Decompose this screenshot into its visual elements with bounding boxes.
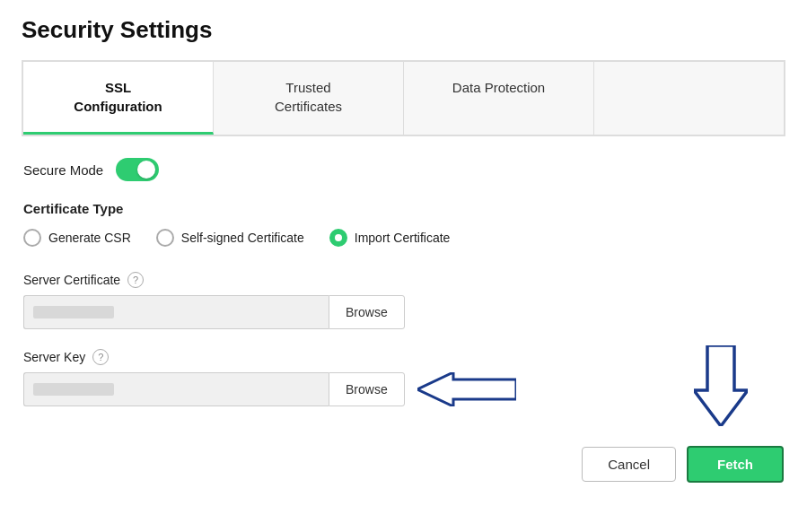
server-key-input-row: Browse [23, 372, 784, 406]
server-key-browse-button[interactable]: Browse [329, 372, 405, 406]
radio-self-signed[interactable]: Self-signed Certificate [156, 229, 304, 247]
radio-label-import: Import Certificate [355, 231, 451, 245]
radio-label-generate-csr: Generate CSR [48, 231, 131, 245]
secure-mode-row: Secure Mode [23, 158, 784, 181]
radio-generate-csr[interactable]: Generate CSR [23, 229, 131, 247]
server-certificate-file-box [23, 295, 329, 329]
page-title: Security Settings [22, 16, 785, 44]
left-arrow-annotation [417, 372, 516, 406]
server-certificate-help-icon[interactable]: ? [127, 272, 144, 288]
server-certificate-file-placeholder [33, 306, 114, 318]
cancel-button[interactable]: Cancel [582, 447, 676, 482]
radio-label-self-signed: Self-signed Certificate [181, 231, 304, 245]
server-key-section: Server Key ? Browse [23, 349, 784, 406]
server-key-file-box [23, 372, 329, 406]
tab-empty[interactable] [594, 62, 784, 135]
server-key-label-row: Server Key ? [23, 349, 784, 365]
certificate-type-radio-group: Generate CSR Self-signed Certificate Imp… [23, 229, 784, 247]
radio-circle-import [329, 229, 347, 247]
tab-ssl-configuration[interactable]: SSLConfiguration [23, 62, 214, 135]
radio-import-certificate[interactable]: Import Certificate [329, 229, 451, 247]
content-area: Secure Mode Certificate Type Generate CS… [22, 158, 785, 483]
radio-circle-self-signed [156, 229, 174, 247]
server-key-help-icon[interactable]: ? [92, 349, 109, 365]
server-certificate-label: Server Certificate [23, 273, 120, 287]
server-certificate-browse-button[interactable]: Browse [329, 295, 405, 329]
tab-bar: SSLConfiguration TrustedCertificates Dat… [22, 61, 785, 135]
server-key-file-placeholder [33, 383, 114, 396]
tab-bottom-border [22, 135, 785, 135]
server-certificate-label-row: Server Certificate ? [23, 272, 784, 288]
tab-data-protection[interactable]: Data Protection [404, 62, 594, 135]
server-key-label: Server Key [23, 350, 85, 364]
down-arrow-annotation [694, 345, 748, 426]
certificate-type-heading: Certificate Type [23, 201, 784, 216]
server-certificate-input-row: Browse [23, 295, 784, 329]
svg-marker-1 [694, 345, 748, 426]
tabs-container: SSLConfiguration TrustedCertificates Dat… [22, 60, 785, 136]
action-bar: Cancel Fetch [23, 435, 784, 483]
server-certificate-section: Server Certificate ? Browse [23, 272, 784, 329]
secure-mode-toggle[interactable] [116, 158, 159, 181]
tab-trusted-certificates[interactable]: TrustedCertificates [214, 62, 404, 135]
svg-marker-0 [417, 372, 516, 406]
secure-mode-label: Secure Mode [23, 162, 103, 178]
radio-circle-generate-csr [23, 229, 41, 247]
fetch-button[interactable]: Fetch [687, 446, 784, 483]
